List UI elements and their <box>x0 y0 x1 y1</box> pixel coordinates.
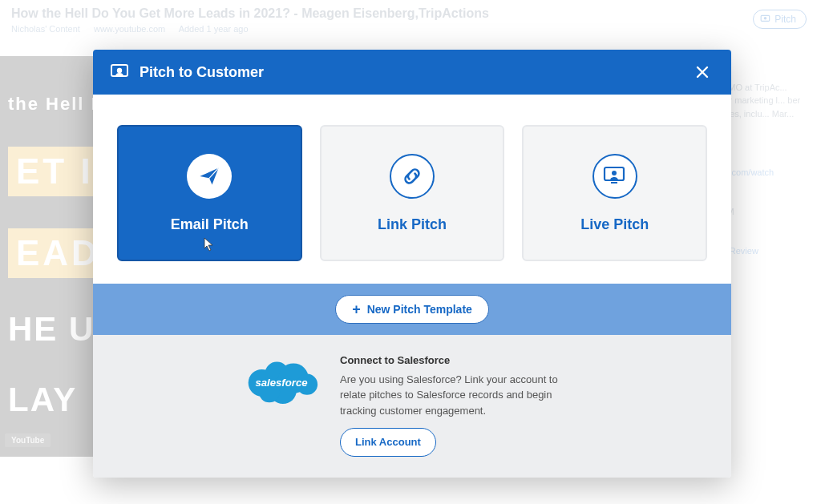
template-bar: + New Pitch Template <box>93 284 731 335</box>
salesforce-icon: salesforce <box>244 356 319 405</box>
svg-point-3 <box>117 68 122 73</box>
cursor-icon <box>204 237 215 252</box>
svg-point-5 <box>612 171 617 175</box>
close-button[interactable] <box>691 62 714 82</box>
link-pitch-option[interactable]: Link Pitch <box>320 125 505 261</box>
pitch-modal: Pitch to Customer Email Pitch <box>93 50 731 478</box>
live-pitch-label: Live Pitch <box>580 216 649 233</box>
live-pitch-option[interactable]: Live Pitch <box>522 125 707 261</box>
link-account-button[interactable]: Link Account <box>340 428 436 457</box>
salesforce-section: salesforce Connect to Salesforce Are you… <box>93 335 731 478</box>
pitch-options: Email Pitch Link Pitch <box>93 95 731 284</box>
live-pitch-icon <box>592 154 637 199</box>
paper-plane-icon <box>187 154 232 199</box>
email-pitch-option[interactable]: Email Pitch <box>117 125 302 261</box>
plus-icon: + <box>352 302 361 317</box>
salesforce-body: Are you using Salesforce? Link your acco… <box>340 372 580 419</box>
email-pitch-label: Email Pitch <box>171 216 249 233</box>
modal-header: Pitch to Customer <box>93 50 731 95</box>
svg-text:salesforce: salesforce <box>255 377 307 389</box>
salesforce-title: Connect to Salesforce <box>340 353 580 369</box>
link-account-label: Link Account <box>355 436 421 448</box>
close-icon <box>696 66 709 79</box>
new-pitch-template-button[interactable]: + New Pitch Template <box>335 295 489 324</box>
new-pitch-template-label: New Pitch Template <box>367 303 472 316</box>
pitch-to-customer-icon <box>111 64 130 80</box>
link-icon <box>390 154 435 199</box>
svg-rect-6 <box>611 182 617 183</box>
modal-title: Pitch to Customer <box>140 64 264 81</box>
link-pitch-label: Link Pitch <box>378 216 447 233</box>
